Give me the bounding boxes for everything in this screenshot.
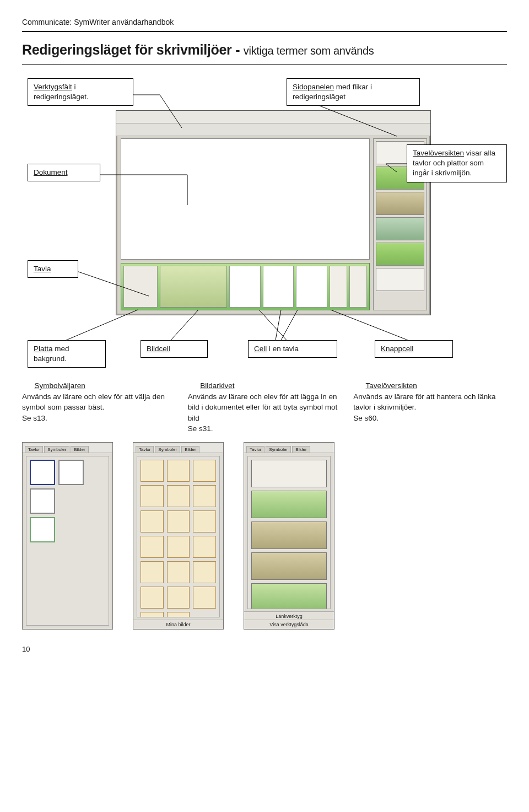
callout-bildcell-u: Bildcell xyxy=(147,345,170,353)
callout-sidepanel: Sidopanelen med flikar i redigeringsläge… xyxy=(287,78,420,106)
symbol-thumb xyxy=(58,460,84,485)
folder-thumb xyxy=(141,485,164,507)
desc-sym-body: Används av lärare och elev för att välja… xyxy=(22,392,165,412)
folder-thumb xyxy=(167,612,190,617)
callout-document-u: Dokument xyxy=(34,168,68,176)
symbol-thumb xyxy=(30,460,55,485)
description-row: Symbolväljaren Används av lärare och ele… xyxy=(22,380,507,434)
mock-toolbar xyxy=(116,123,430,136)
folder-thumb xyxy=(193,460,216,482)
board-overview-panel: Tavlor Symboler Bilder Länkverktyg Visa … xyxy=(244,442,334,630)
overview-diagram: Verktygsfält i redigeringsläget. Sidopan… xyxy=(22,78,507,376)
panel-content xyxy=(26,456,109,626)
doc-header: Communicate: SymWriter användarhandbok xyxy=(22,18,507,26)
folder-thumb xyxy=(141,536,164,558)
callout-platta-u: Platta xyxy=(34,345,53,353)
callout-tavla: Tavla xyxy=(28,260,78,278)
desc-tav-head: Tavelöversikten xyxy=(366,381,417,390)
folder-thumb xyxy=(193,536,216,558)
callout-toolbar-u: Verktygsfält xyxy=(34,83,72,91)
folder-thumb xyxy=(167,510,190,533)
panel-tabs: Tavlor Symboler Bilder xyxy=(133,443,223,453)
desc-symbolvaljaren: Symbolväljaren Används av lärare och ele… xyxy=(22,380,176,434)
header-rule xyxy=(22,31,507,32)
mock-knapp xyxy=(330,266,347,308)
mock-platta xyxy=(123,266,158,308)
mock-menubar xyxy=(116,111,430,123)
overview-thumb xyxy=(251,460,327,487)
callout-knappcell-u: Knappcell xyxy=(381,345,413,353)
callout-cell: Cell i en tavla xyxy=(248,340,337,358)
overview-thumb xyxy=(251,552,327,580)
desc-bild-head: Bildarkivet xyxy=(200,381,234,390)
tab-tavlor: Tavlor xyxy=(25,446,43,453)
folder-thumb xyxy=(167,561,190,583)
folder-thumb xyxy=(193,510,216,533)
callout-bildcell: Bildcell xyxy=(141,340,208,358)
page-number: 10 xyxy=(22,645,507,653)
folder-thumb xyxy=(141,612,164,617)
tab-tavlor: Tavlor xyxy=(246,446,264,453)
tab-bilder: Bilder xyxy=(71,446,88,453)
side-thumb xyxy=(376,217,424,240)
callout-knappcell: Knappcell xyxy=(375,340,453,358)
callout-toolbar: Verktygsfält i redigeringsläget. xyxy=(28,78,133,106)
folder-thumb xyxy=(141,561,164,583)
callout-platta: Platta med bakgrund. xyxy=(28,340,106,368)
panel-examples-row: Tavlor Symboler Bilder Tavlor Symboler B… xyxy=(22,442,507,630)
folder-thumb xyxy=(167,587,190,609)
tab-symboler: Symboler xyxy=(266,446,291,453)
folder-thumb xyxy=(193,561,216,583)
tab-symboler: Symboler xyxy=(155,446,180,453)
panel-footer-visa: Visa verktygslåda xyxy=(244,620,334,629)
title-main: Redigeringsläget för skrivmiljöer - xyxy=(22,42,244,57)
tab-symboler: Symboler xyxy=(44,446,69,453)
folder-thumb xyxy=(193,485,216,507)
desc-bild-ref: Se s31. xyxy=(188,424,213,433)
overview-thumb xyxy=(251,491,327,518)
title-rule xyxy=(22,64,507,65)
tab-bilder: Bilder xyxy=(181,446,199,453)
image-archive-panel: Tavlor Symboler Bilder Mina bilder xyxy=(133,442,224,630)
panel-tabs: Tavlor Symboler Bilder xyxy=(244,443,334,453)
callout-overview-u: Tavelöversikten xyxy=(413,149,464,157)
desc-tav-body: Används av lärare för att hantera och lä… xyxy=(353,392,495,412)
side-thumb xyxy=(376,243,424,266)
mock-cell xyxy=(263,266,294,308)
page-title: Redigeringsläget för skrivmiljöer - vikt… xyxy=(22,42,507,58)
symbol-chooser-panel: Tavlor Symboler Bilder xyxy=(22,442,113,630)
folder-thumb xyxy=(141,460,164,482)
mock-tavla xyxy=(121,263,370,310)
editor-screenshot xyxy=(116,110,431,315)
panel-content xyxy=(247,456,331,609)
folder-thumb xyxy=(141,510,164,533)
side-thumb xyxy=(376,268,424,291)
callout-cell-rest: i en tavla xyxy=(267,345,299,353)
desc-bild-body: Används av lärare och elev för att lägga… xyxy=(188,392,338,422)
callout-sidepanel-u: Sidopanelen xyxy=(293,83,334,91)
symbol-thumb xyxy=(30,517,55,542)
folder-thumb xyxy=(141,587,164,609)
panel-content xyxy=(137,456,220,617)
desc-sym-ref: Se s13. xyxy=(22,414,47,422)
desc-bildarkivet: Bildarkivet Används av lärare och elev f… xyxy=(188,380,342,434)
folder-thumb xyxy=(167,536,190,558)
title-sub: viktiga termer som används xyxy=(244,45,374,57)
panel-tabs: Tavlor Symboler Bilder xyxy=(23,443,112,453)
folder-thumb xyxy=(167,485,190,507)
panel-footer: Mina bilder xyxy=(133,620,223,629)
folder-thumb xyxy=(167,460,190,482)
desc-tav-ref: Se s60. xyxy=(353,414,379,422)
desc-sym-head: Symbolväljaren xyxy=(35,381,85,390)
tab-bilder: Bilder xyxy=(292,446,310,453)
mock-cell xyxy=(229,266,261,308)
mock-document-area xyxy=(121,138,370,260)
overview-thumb xyxy=(251,521,327,549)
callout-tavla-u: Tavla xyxy=(34,265,51,273)
mock-knapp xyxy=(349,266,367,308)
callout-document: Dokument xyxy=(28,164,100,181)
tab-tavlor: Tavlor xyxy=(136,446,154,453)
overview-thumb xyxy=(251,583,327,609)
mock-cell xyxy=(296,266,327,308)
callout-cell-u: Cell xyxy=(254,345,267,353)
